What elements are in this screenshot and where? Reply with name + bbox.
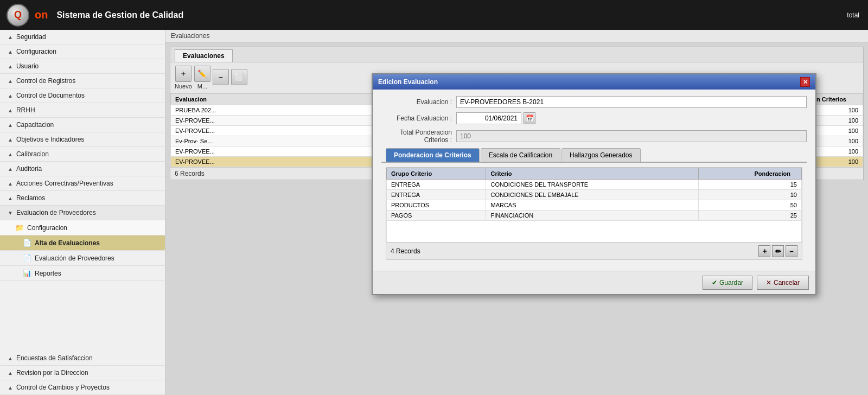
cell-ponderacion: 50: [698, 200, 801, 211]
nuevo-button[interactable]: ＋: [175, 66, 192, 82]
criteria-records-label: 4 Records: [391, 247, 420, 255]
col-evaluacion: Evaluacion: [171, 94, 403, 105]
modificar-label: M...: [197, 83, 207, 90]
criteria-table: Grupo Criterio Criterio Ponderacion ENTR…: [386, 168, 802, 243]
tab-bar: Evaluaciones: [170, 47, 863, 62]
criteria-table-wrapper: Grupo Criterio Criterio Ponderacion ENTR…: [386, 167, 802, 260]
sidebar-item-eval-proveedores[interactable]: 📄 Evaluación de Proveedores: [0, 251, 165, 266]
sidebar-item-objetivos[interactable]: ▲ Objetivos e Indicadores: [0, 132, 165, 147]
sidebar-item-reportes[interactable]: 📊 Reportes: [0, 266, 165, 281]
edicion-evaluacion-dialog: Edicion Evaluacion ✕ Evaluacion : Fecha …: [372, 73, 816, 295]
criteria-row[interactable]: ENTREGA CONDICIONES DEL TRANSPORTE 15: [387, 180, 802, 190]
cell-grupo: ENTREGA: [387, 180, 486, 190]
cell-ponderacion: 15: [698, 180, 801, 190]
tab-escala[interactable]: Escala de Calificacion: [481, 148, 560, 162]
chevron-icon: ▼: [8, 210, 13, 216]
sidebar-item-label: Auditoria: [16, 165, 42, 173]
sidebar-item-label: Evaluacion de Proveedores: [16, 209, 96, 216]
cancelar-button[interactable]: ✕ Cancelar: [757, 276, 809, 290]
report-icon: 📊: [23, 269, 31, 277]
evaluacion-input[interactable]: [456, 96, 807, 108]
criteria-add-button[interactable]: ＋: [758, 245, 770, 257]
cell-grupo: PRODUCTOS: [387, 200, 486, 211]
criteria-row[interactable]: ENTREGA CONDICIONES DEL EMBAJALE 10: [387, 190, 802, 200]
criteria-row[interactable]: PRODUCTOS MARCAS 50: [387, 200, 802, 211]
sidebar-item-control-documentos[interactable]: ▲ Control de Documentos: [0, 88, 165, 103]
sidebar-item-acciones[interactable]: ▲ Acciones Correctivas/Preventivas: [0, 176, 165, 191]
sidebar-item-control-cambios[interactable]: ▲ Control de Cambios y Proyectos: [0, 380, 165, 395]
guardar-button[interactable]: ✔ Guardar: [703, 276, 752, 290]
sidebar-item-evaluacion-proveedores[interactable]: ▼ Evaluacion de Proveedores: [0, 206, 165, 220]
sidebar-item-label: Control de Cambios y Proyectos: [16, 384, 110, 391]
sidebar-item-label: RRHH: [16, 106, 35, 114]
sidebar-item-label: Configuracion: [16, 48, 56, 55]
tab-evaluaciones[interactable]: Evaluaciones: [175, 49, 233, 62]
sidebar-item-rrhh[interactable]: ▲ RRHH: [0, 103, 165, 118]
criteria-row[interactable]: PAGOS FINANCIACION 25: [387, 211, 802, 221]
check-icon: ✔: [712, 279, 717, 286]
dialog-title: Edicion Evaluacion: [378, 78, 438, 86]
modificar-button[interactable]: ✏️: [194, 66, 210, 82]
cell-criterio: MARCAS: [486, 200, 698, 211]
total-ponderacion-input[interactable]: [456, 130, 807, 142]
sidebar-item-label: Capacitacion: [16, 121, 54, 129]
cell-ponderacion: 25: [698, 211, 801, 221]
fecha-field-row: Fecha Evaluacion : 📅: [381, 112, 807, 124]
chevron-icon: ▲: [8, 34, 13, 40]
evaluacion-label: Evaluacion :: [381, 98, 452, 106]
sidebar-item-seguridad[interactable]: ▲ Seguridad: [0, 30, 165, 44]
sidebar-item-alta-evaluaciones[interactable]: 📄 Alta de Evaluaciones: [0, 235, 165, 251]
header-user: total: [847, 11, 859, 19]
toolbar-modificar: ✏️ M...: [194, 66, 210, 90]
sidebar-item-capacitacion[interactable]: ▲ Capacitacion: [0, 118, 165, 132]
sidebar-item-config-sub[interactable]: 📁 Configuracion: [0, 220, 165, 235]
cell-criterio: FINANCIACION: [486, 211, 698, 221]
dialog-title-bar: Edicion Evaluacion ✕: [373, 74, 815, 90]
empty-row: [387, 221, 802, 243]
dialog-tabs: Ponderacion de Criterios Escala de Calif…: [381, 148, 807, 163]
criteria-edit-button[interactable]: ✏: [772, 245, 784, 257]
tab-hallazgos[interactable]: Hallazgos Generados: [561, 148, 640, 162]
app-title: Sistema de Gestion de Calidad: [56, 10, 183, 20]
fecha-input[interactable]: [456, 112, 521, 124]
main-content: Evaluaciones Evaluaciones ＋ Nuevo ✏️ M..…: [165, 30, 868, 395]
sidebar-item-control-registros[interactable]: ▲ Control de Registros: [0, 74, 165, 88]
sidebar-item-label: Seguridad: [16, 33, 46, 41]
toolbar-eliminar: −: [213, 69, 229, 86]
cell-ponderacion: 10: [698, 190, 801, 200]
tab-ponderacion[interactable]: Ponderacion de Criterios: [386, 148, 480, 162]
layout: ▲ Seguridad ▲ Configuracion ▲ Usuario ▲ …: [0, 30, 868, 395]
chevron-icon: ▲: [8, 370, 13, 376]
toolbar-copiar: ⬜: [231, 69, 247, 86]
chevron-icon: ▲: [8, 355, 13, 361]
col-criterio: Criterio: [486, 168, 698, 180]
sidebar-item-encuestas[interactable]: ▲ Encuestas de Satisfaccion: [0, 351, 165, 366]
sidebar-item-reclamos[interactable]: ▲ Reclamos: [0, 191, 165, 206]
criteria-delete-button[interactable]: −: [786, 245, 797, 257]
cell-grupo: ENTREGA: [387, 190, 486, 200]
chevron-icon: ▲: [8, 137, 13, 143]
calendar-button[interactable]: 📅: [524, 112, 535, 124]
total-ponderacion-label: Total Ponderacion Criterios :: [381, 129, 452, 144]
sidebar-item-calibracion[interactable]: ▲ Calibracion: [0, 147, 165, 162]
sidebar-item-label: Encuestas de Satisfaccion: [16, 354, 93, 362]
eliminar-button[interactable]: −: [213, 69, 229, 85]
dialog-close-button[interactable]: ✕: [800, 77, 810, 87]
dialog-footer: ✔ Guardar ✕ Cancelar: [373, 271, 815, 294]
copiar-button[interactable]: ⬜: [231, 69, 247, 85]
sidebar-item-label: Configuracion: [27, 224, 67, 232]
cell-evaluacion: EV-PROVEE...: [171, 126, 403, 136]
header: Q on Sistema de Gestion de Calidad total: [0, 0, 868, 30]
dialog-body: Evaluacion : Fecha Evaluacion : 📅 Total …: [373, 90, 815, 271]
sidebar-item-label: Objetivos e Indicadores: [16, 136, 84, 143]
sidebar-item-label: Revision por la Direccion: [16, 369, 88, 377]
sidebar-item-configuracion[interactable]: ▲ Configuracion: [0, 44, 165, 59]
sidebar-item-revision[interactable]: ▲ Revision por la Direccion: [0, 366, 165, 380]
logo-on-text: on: [35, 9, 48, 21]
chevron-icon: ▲: [8, 93, 13, 99]
sidebar: ▲ Seguridad ▲ Configuracion ▲ Usuario ▲ …: [0, 30, 165, 395]
sidebar-item-usuario[interactable]: ▲ Usuario: [0, 59, 165, 74]
folder-icon: 📁: [15, 224, 24, 232]
sidebar-item-auditoria[interactable]: ▲ Auditoria: [0, 162, 165, 176]
chevron-icon: ▲: [8, 151, 13, 157]
